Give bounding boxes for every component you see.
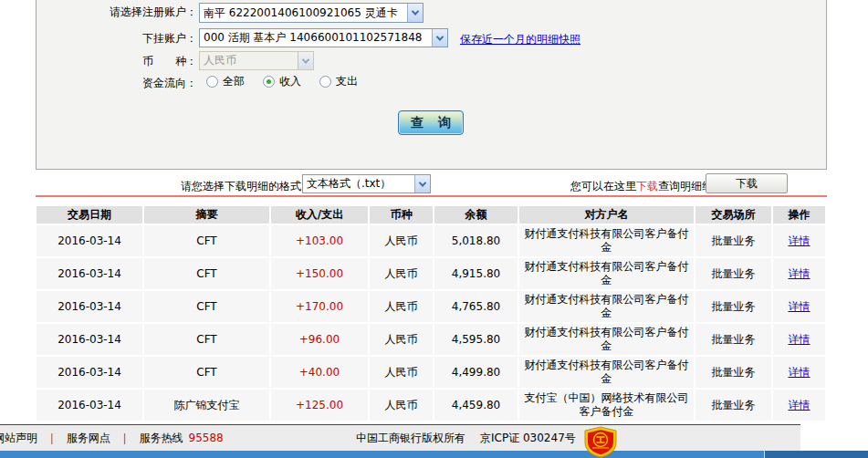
cell-amount: +40.00 xyxy=(271,357,368,388)
footer-bottom-bar xyxy=(0,451,868,458)
cell-counterparty: 财付通支付科技有限公司客户备付金 xyxy=(519,258,694,289)
cell-venue: 批量业务 xyxy=(695,258,771,289)
cell-action: 详情 xyxy=(773,258,825,289)
cell-balance: 4,499.80 xyxy=(434,357,518,388)
chevron-down-icon[interactable] xyxy=(407,4,423,22)
detail-link[interactable]: 详情 xyxy=(789,366,810,379)
icp-number: 京ICP证 030247号 xyxy=(480,432,576,444)
table-row: 2016-03-14CFT+103.00人民币5,018.80财付通支付科技有限… xyxy=(37,225,825,256)
cell-currency: 人民币 xyxy=(370,225,433,256)
cell-counterparty: 财付通支付科技有限公司客户备付金 xyxy=(519,357,694,388)
transaction-table: 交易日期 摘要 收入/支出 币种 余额 对方户名 交易场所 操作 2016-03… xyxy=(35,204,827,422)
cell-venue: 批量业务 xyxy=(695,357,771,388)
footer: 网站声明｜服务网点｜服务热线95588 中国工商银行版权所有京ICP证 0302… xyxy=(0,424,800,451)
detail-link[interactable]: 详情 xyxy=(789,267,810,280)
header-counterparty: 对方户名 xyxy=(519,206,694,224)
query-button[interactable]: 查 询 xyxy=(398,110,464,135)
header-venue: 交易场所 xyxy=(695,206,771,224)
chevron-glyph xyxy=(419,179,426,186)
separator: ｜ xyxy=(47,432,58,444)
detail-link[interactable]: 详情 xyxy=(789,300,810,313)
query-form-panel: 请选择注册账户： 南平 6222001406100921065 灵通卡 下挂账户… xyxy=(36,0,827,170)
cell-balance: 4,459.80 xyxy=(434,390,518,421)
cell-date: 2016-03-14 xyxy=(37,291,142,322)
chevron-down-icon[interactable] xyxy=(432,29,447,47)
download-hint: 您可以在这里下载查询明细结果 xyxy=(570,179,724,194)
site-statement-link[interactable]: 网站声明 xyxy=(0,432,37,444)
radio-label: 收入 xyxy=(279,74,301,89)
cell-venue: 批量业务 xyxy=(695,225,771,256)
cell-currency: 人民币 xyxy=(370,324,433,355)
radio-option-expense[interactable]: 支出 xyxy=(319,74,358,89)
chevron-glyph xyxy=(302,56,309,63)
cell-summary: CFT xyxy=(144,324,269,355)
header-amount: 收入/支出 xyxy=(271,206,368,224)
table-row: 2016-03-14CFT+150.00人民币4,915.80财付通支付科技有限… xyxy=(37,258,825,289)
chevron-down-icon[interactable] xyxy=(414,175,430,193)
radio-icon[interactable] xyxy=(263,76,275,88)
cell-balance: 4,595.80 xyxy=(434,324,518,355)
detail-link[interactable]: 详情 xyxy=(789,333,810,346)
cell-action: 详情 xyxy=(773,390,825,421)
flow-direction-radios: 全部 收入 支出 xyxy=(206,74,358,89)
radio-icon[interactable] xyxy=(319,76,331,88)
download-format-label: 请您选择下载明细的格式 xyxy=(181,179,301,194)
cell-currency: 人民币 xyxy=(370,357,433,388)
cell-action: 详情 xyxy=(773,357,825,388)
radio-label: 全部 xyxy=(223,74,245,89)
cell-currency: 人民币 xyxy=(370,390,433,421)
radio-label: 支出 xyxy=(336,74,358,89)
currency-select: 人民币 xyxy=(199,51,314,70)
cell-summary: CFT xyxy=(144,225,269,256)
cell-summary: CFT xyxy=(144,357,269,388)
download-hint-prefix: 您可以在这里 xyxy=(570,180,636,193)
register-account-label: 请选择注册账户： xyxy=(40,5,197,19)
cell-counterparty: 财付通支付科技有限公司客户备付金 xyxy=(519,225,694,256)
table-row: 2016-03-14陈广锦支付宝+125.00人民币4,459.80支付宝（中国… xyxy=(37,390,825,421)
cell-amount: +150.00 xyxy=(271,258,368,289)
footer-links: 网站声明｜服务网点｜服务热线95588 xyxy=(0,425,224,451)
table-header-row: 交易日期 摘要 收入/支出 币种 余额 对方户名 交易场所 操作 xyxy=(37,206,825,224)
sub-account-select[interactable]: 000 活期 基本户 1406600101102571848 xyxy=(199,28,448,47)
cell-amount: +103.00 xyxy=(271,225,368,256)
separator: ｜ xyxy=(120,432,131,444)
header-summary: 摘要 xyxy=(144,206,269,224)
radio-icon[interactable] xyxy=(206,76,218,88)
download-button[interactable]: 下载 xyxy=(706,173,788,193)
radio-option-all[interactable]: 全部 xyxy=(206,74,245,89)
divider-line xyxy=(36,195,827,197)
cell-date: 2016-03-14 xyxy=(37,357,142,388)
cell-amount: +125.00 xyxy=(271,390,368,421)
service-outlets-link[interactable]: 服务网点 xyxy=(67,432,110,444)
download-format-value: 文本格式（.txt） xyxy=(307,176,391,192)
download-inline-link[interactable]: 下载 xyxy=(636,180,658,193)
header-action: 操作 xyxy=(773,206,825,224)
detail-link[interactable]: 详情 xyxy=(789,399,810,411)
detail-link[interactable]: 详情 xyxy=(789,234,810,247)
cell-currency: 人民币 xyxy=(370,258,433,289)
cell-action: 详情 xyxy=(773,225,825,256)
radio-option-income[interactable]: 收入 xyxy=(263,74,301,89)
cell-venue: 批量业务 xyxy=(695,324,771,355)
chevron-glyph xyxy=(436,33,444,40)
cell-balance: 4,765.80 xyxy=(434,291,518,322)
security-badge-icon[interactable] xyxy=(581,426,620,458)
register-account-value: 南平 6222001406100921065 灵通卡 xyxy=(204,5,398,21)
cell-venue: 批量业务 xyxy=(695,291,771,322)
cell-counterparty: 财付通支付科技有限公司客户备付金 xyxy=(519,291,694,322)
sub-account-value: 000 活期 基本户 1406600101102571848 xyxy=(204,30,422,46)
chevron-down-icon xyxy=(298,52,313,69)
table-row: 2016-03-14CFT+170.00人民币4,765.80财付通支付科技有限… xyxy=(37,291,825,322)
download-format-select[interactable]: 文本格式（.txt） xyxy=(302,174,431,193)
cell-date: 2016-03-14 xyxy=(37,324,142,355)
save-snapshot-link[interactable]: 保存近一个月的明细快照 xyxy=(460,32,580,47)
cell-date: 2016-03-14 xyxy=(37,225,142,256)
register-account-select[interactable]: 南平 6222001406100921065 灵通卡 xyxy=(199,3,424,23)
flow-direction-label: 资金流向： xyxy=(40,76,197,90)
cell-action: 详情 xyxy=(773,324,825,355)
cell-balance: 4,915.80 xyxy=(434,258,518,289)
cell-counterparty: 支付宝（中国）网络技术有限公司客户备付金 xyxy=(519,390,694,421)
cell-summary: CFT xyxy=(144,258,269,289)
cell-balance: 5,018.80 xyxy=(434,225,518,256)
cell-counterparty: 财付通支付科技有限公司客户备付金 xyxy=(519,324,694,355)
